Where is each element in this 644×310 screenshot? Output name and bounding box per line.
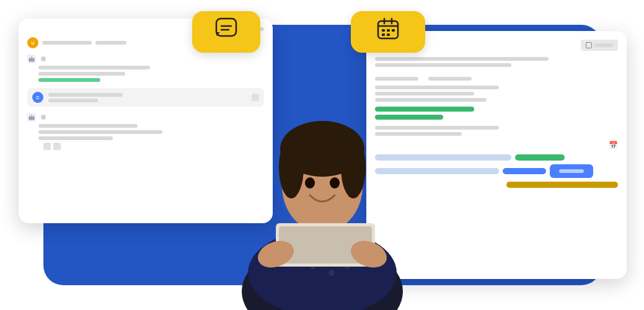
svg-point-17	[341, 136, 366, 198]
svg-rect-9	[392, 29, 395, 32]
svg-rect-11	[387, 33, 390, 36]
ai-icon-2: 🤖	[27, 113, 36, 122]
msg-bar-green	[38, 78, 100, 82]
you-bar-1	[48, 93, 123, 97]
ai-icon-1: 🤖	[27, 55, 36, 63]
tl-green-1	[515, 154, 565, 161]
tl-yellow-1	[506, 182, 618, 188]
msg-bar-1a	[38, 66, 150, 69]
msg-bar-2c	[38, 136, 113, 140]
calendar-icon: 📅	[609, 141, 618, 149]
chat-badge-icon	[215, 17, 237, 43]
status-dot-2	[41, 115, 46, 120]
difficulty-bar	[428, 77, 472, 81]
svg-point-16	[279, 136, 304, 198]
bar-1	[42, 41, 92, 45]
svg-point-25	[329, 270, 335, 276]
status-dot-1	[41, 56, 46, 61]
svg-rect-0	[216, 19, 236, 36]
difficulty-block	[428, 73, 472, 81]
export-icon	[586, 42, 592, 48]
you-avatar: C	[32, 92, 43, 103]
you-bars	[48, 93, 247, 102]
tl-blue-1	[503, 168, 546, 174]
lesson-badge	[351, 11, 425, 53]
lesson-badge-icon	[377, 17, 399, 43]
msg-bar-2a	[38, 124, 138, 128]
export-button[interactable]	[581, 40, 618, 51]
chat-badge	[192, 11, 260, 53]
msg-bar-2b	[38, 130, 162, 134]
user-avatar: U	[27, 37, 38, 48]
you-bar-2	[48, 99, 98, 102]
svg-point-19	[330, 177, 340, 188]
svg-point-18	[305, 177, 315, 188]
msg-bar-1b	[38, 72, 125, 76]
action-btn[interactable]	[550, 164, 593, 178]
svg-rect-7	[382, 29, 385, 32]
copy-icon[interactable]	[43, 143, 51, 150]
main-container: U 🤖 C	[0, 0, 644, 310]
person-image	[226, 31, 418, 310]
svg-rect-10	[382, 33, 385, 36]
thumbs-icon[interactable]	[53, 143, 61, 150]
svg-rect-8	[387, 29, 390, 32]
export-bar	[594, 43, 613, 47]
btn-bar	[559, 169, 584, 173]
bar-2	[95, 41, 126, 45]
